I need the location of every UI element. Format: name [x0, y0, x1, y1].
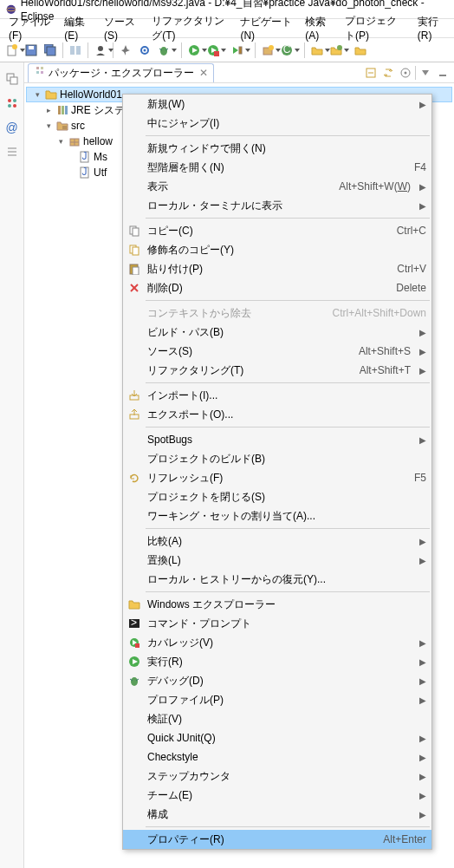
menu-export[interactable]: エクスポート(O)... — [123, 405, 431, 424]
menu-debug[interactable]: デバッグ(D)▶ — [123, 671, 431, 690]
menu-run[interactable]: 実行(R) — [412, 13, 451, 43]
outline-icon[interactable] — [4, 95, 20, 111]
menu-team[interactable]: チーム(E)▶ — [123, 786, 431, 805]
svg-point-41 — [405, 71, 407, 74]
menu-file[interactable]: ファイル(F) — [3, 13, 57, 43]
collapse-all-icon[interactable] — [363, 65, 379, 81]
menu-build-project[interactable]: プロジェクトのビルド(B) — [123, 449, 431, 468]
open-folder-button[interactable] — [308, 42, 326, 59]
package-explorer-tab[interactable]: パッケージ・エクスプローラー ✕ — [28, 63, 214, 82]
menu-properties[interactable]: プロパティー(R)Alt+Enter — [123, 830, 431, 849]
svg-text:>_: >_ — [131, 617, 140, 629]
menu-go-into[interactable]: 中にジャンプ(I) — [123, 114, 431, 133]
menu-replace[interactable]: 置換(L)▶ — [123, 551, 431, 570]
user-button[interactable] — [92, 42, 109, 59]
source-folder-icon — [55, 119, 69, 133]
menu-open-new-window[interactable]: 新規ウィンドウで開く(N) — [123, 139, 431, 158]
menu-assign-working-set[interactable]: ワーキング・セットの割り当て(A)... — [123, 506, 431, 525]
gear-button[interactable] — [136, 42, 153, 59]
save-all-button[interactable] — [42, 42, 59, 59]
menu-shortcut: Ctrl+Alt+Shift+Down — [324, 307, 426, 319]
menu-coverage[interactable]: カバレッジ(V)▶ — [123, 633, 431, 652]
export-icon — [126, 407, 142, 422]
menu-new[interactable]: 新規(W)▶ — [123, 95, 431, 114]
submenu-arrow-icon: ▶ — [416, 556, 426, 565]
submenu-arrow-icon: ▶ — [416, 100, 426, 109]
svg-rect-57 — [133, 247, 139, 255]
menu-restore-history[interactable]: ローカル・ヒストリーからの復元(Y)... — [123, 570, 431, 589]
copy-icon — [126, 223, 142, 238]
focus-icon[interactable] — [398, 65, 413, 81]
menu-verify[interactable]: 検証(V) — [123, 709, 431, 728]
menu-close-project[interactable]: プロジェクトを閉じる(S) — [123, 487, 431, 506]
view-menu-icon[interactable] — [418, 65, 433, 81]
menu-import[interactable]: インポート(I)... — [123, 386, 431, 405]
menu-copy[interactable]: コピー(C)Ctrl+C — [123, 221, 431, 240]
menu-paste[interactable]: 貼り付け(P)Ctrl+V — [123, 259, 431, 278]
run-button[interactable] — [185, 42, 203, 59]
svg-rect-26 — [10, 77, 17, 84]
new-package-button[interactable] — [259, 42, 276, 59]
svg-rect-7 — [47, 47, 55, 55]
menu-configure[interactable]: 構成▶ — [123, 805, 431, 824]
save-button[interactable] — [23, 42, 40, 59]
svg-point-13 — [160, 47, 167, 55]
menu-label: リフレッシュ(F) — [147, 471, 400, 486]
pin-button[interactable] — [117, 42, 134, 59]
new-class-button[interactable]: C — [278, 42, 295, 59]
menu-search[interactable]: 検索(A) — [300, 13, 338, 43]
minimize-icon[interactable] — [435, 65, 451, 81]
menu-navigate[interactable]: ナビゲート(N) — [235, 13, 298, 43]
svg-rect-43 — [58, 106, 61, 114]
menu-step-counter[interactable]: ステップカウンタ▶ — [123, 767, 431, 786]
menu-profile[interactable]: プロファイル(P)▶ — [123, 690, 431, 709]
menu-label: リファクタリング(T) — [147, 363, 346, 378]
menu-project[interactable]: プロジェクト(P) — [340, 12, 411, 45]
menu-label: 実行(R) — [147, 655, 411, 669]
copy-qualified-icon — [126, 242, 142, 258]
list-icon[interactable] — [4, 144, 20, 160]
svg-rect-67 — [135, 643, 139, 648]
menu-windows-explorer[interactable]: Windows エクスプローラー — [123, 595, 431, 614]
folder-icon — [126, 597, 142, 612]
expand-icon[interactable]: ▾ — [55, 137, 66, 146]
java-file-icon: J — [78, 166, 92, 179]
menu-checkstyle[interactable]: Checkstyle▶ — [123, 747, 431, 767]
menu-refresh[interactable]: リフレッシュ(F)F5 — [123, 468, 431, 487]
menu-delete[interactable]: 削除(D)Delete — [123, 278, 431, 297]
close-tab-icon[interactable]: ✕ — [199, 67, 208, 79]
menu-refactor[interactable]: リファクタリング(T)Alt+Shift+T▶ — [123, 361, 431, 380]
bug-button[interactable] — [155, 42, 172, 59]
open-resource-button[interactable] — [352, 42, 369, 59]
expand-icon[interactable]: ▾ — [32, 90, 42, 99]
run-last-button[interactable] — [229, 42, 246, 59]
open-type-button[interactable] — [328, 42, 345, 59]
package-icon — [34, 66, 46, 81]
menu-copy-qualified[interactable]: 修飾名のコピー(Y) — [123, 240, 431, 259]
menu-edit[interactable]: 編集(E) — [59, 13, 97, 43]
menu-command-prompt[interactable]: >_コマンド・プロンプト — [123, 614, 431, 633]
menu-label: チーム(E) — [147, 788, 411, 803]
menu-source[interactable]: ソース(S)Alt+Shift+S▶ — [123, 342, 431, 361]
expand-icon[interactable]: ▾ — [43, 121, 54, 130]
menu-refactor[interactable]: リファクタリング(T) — [146, 12, 233, 45]
menu-show-in[interactable]: 表示Alt+Shift+W(W)▶ — [123, 177, 431, 196]
expand-icon[interactable]: ▸ — [43, 106, 54, 114]
menu-run[interactable]: 実行(R)▶ — [123, 652, 431, 671]
menu-show-local-terminal[interactable]: ローカル・ターミナルに表示▶ — [123, 196, 431, 215]
svg-point-28 — [13, 99, 16, 102]
coverage-button[interactable] — [204, 42, 222, 59]
menu-compare[interactable]: 比較(A)▶ — [123, 532, 431, 551]
menu-open-type-hierarchy[interactable]: 型階層を開く(N)F4 — [123, 158, 431, 177]
menu-build-path[interactable]: ビルド・パス(B)▶ — [123, 323, 431, 342]
at-icon[interactable]: @ — [4, 120, 20, 135]
new-button[interactable] — [3, 42, 21, 59]
menu-separator — [146, 218, 430, 219]
menu-label: 比較(A) — [147, 534, 411, 549]
menu-source[interactable]: ソース(S) — [99, 13, 145, 43]
link-editor-icon[interactable] — [380, 65, 396, 81]
toggle-button[interactable] — [67, 42, 84, 59]
menu-spotbugs[interactable]: SpotBugs▶ — [123, 430, 431, 449]
restore-icon[interactable] — [4, 71, 20, 87]
menu-quick-junit[interactable]: Quick JUnit(Q)▶ — [123, 728, 431, 747]
